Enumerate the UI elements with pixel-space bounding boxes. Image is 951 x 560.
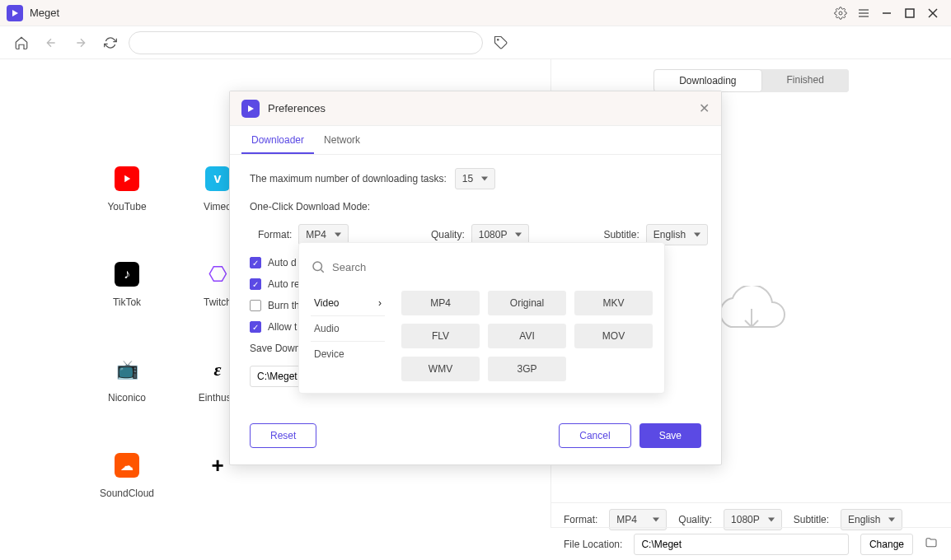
quality-label: Quality: <box>678 514 712 525</box>
close-icon[interactable]: ✕ <box>699 100 710 116</box>
file-location-input[interactable] <box>634 534 849 555</box>
site-label: YouTube <box>107 201 146 212</box>
format-option[interactable]: WMV <box>401 357 480 381</box>
category-video[interactable]: Video› <box>311 291 385 316</box>
one-click-label: One-Click Download Mode: <box>250 201 370 212</box>
menu-icon[interactable] <box>852 2 875 25</box>
subtitle-label: Subtitle: <box>603 229 639 240</box>
site-niconico[interactable]: 📺Niconico <box>90 357 164 404</box>
format-label: Format: <box>258 229 292 240</box>
home-icon[interactable] <box>10 31 33 54</box>
forward-icon[interactable] <box>69 31 92 54</box>
bottom-location-bar: File Location: Change <box>550 527 951 560</box>
close-icon[interactable] <box>921 2 944 25</box>
folder-icon[interactable] <box>925 536 938 552</box>
category-audio[interactable]: Audio <box>311 316 385 342</box>
format-option[interactable]: MKV <box>574 291 653 315</box>
save-button[interactable]: Save <box>639 423 701 448</box>
format-popover: Video› Audio Device MP4 Original MKV FLV… <box>298 242 665 394</box>
cancel-button[interactable]: Cancel <box>559 423 630 448</box>
site-label: SoundCloud <box>100 488 154 499</box>
site-label: Vimeo <box>204 201 232 212</box>
reload-icon[interactable] <box>99 31 122 54</box>
titlebar: Meget <box>0 0 951 26</box>
quality-label: Quality: <box>431 229 465 240</box>
cloud-download-icon <box>710 286 793 343</box>
format-option[interactable]: AVI <box>488 324 566 348</box>
max-tasks-label: The maximum number of downloading tasks: <box>250 173 447 184</box>
svg-rect-6 <box>906 9 914 17</box>
svg-point-1 <box>839 12 842 15</box>
svg-line-13 <box>321 269 323 272</box>
minimize-icon[interactable] <box>875 2 898 25</box>
site-youtube[interactable]: YouTube <box>90 166 164 212</box>
reset-button[interactable]: Reset <box>250 423 316 448</box>
change-location-button[interactable]: Change <box>860 534 913 555</box>
back-icon[interactable] <box>40 31 63 54</box>
site-label: Twitch <box>204 296 232 308</box>
search-input[interactable] <box>332 261 653 273</box>
svg-point-12 <box>313 262 322 271</box>
save-path-label: Save Down <box>250 343 300 354</box>
tab-network[interactable]: Network <box>314 126 370 154</box>
app-logo <box>241 100 260 118</box>
svg-marker-10 <box>124 175 130 182</box>
checkbox-auto-re[interactable] <box>250 278 261 290</box>
chevron-right-icon: › <box>378 297 382 309</box>
max-tasks-select[interactable]: 15 <box>455 168 495 189</box>
tab-downloading[interactable]: Downloading <box>654 69 761 92</box>
svg-point-9 <box>498 39 499 40</box>
site-tiktok[interactable]: ♪TikTok <box>90 262 164 308</box>
format-option[interactable]: FLV <box>401 324 480 348</box>
svg-marker-11 <box>248 105 254 112</box>
category-device[interactable]: Device <box>311 342 385 366</box>
app-title: Meget <box>30 7 59 19</box>
search-icon <box>311 259 326 274</box>
tab-finished[interactable]: Finished <box>762 69 849 92</box>
settings-icon[interactable] <box>829 2 852 25</box>
checkbox-allow[interactable] <box>250 321 261 333</box>
tab-downloader[interactable]: Downloader <box>241 126 314 154</box>
checkbox-burn[interactable] <box>250 300 261 311</box>
toolbar <box>0 26 951 59</box>
app-logo <box>7 5 23 21</box>
file-location-label: File Location: <box>564 539 622 550</box>
format-option[interactable]: 3GP <box>488 357 566 381</box>
download-tabs: Downloading Finished <box>654 69 849 92</box>
site-label: TikTok <box>113 296 141 308</box>
subtitle-label: Subtitle: <box>794 514 829 525</box>
svg-marker-0 <box>12 10 18 16</box>
dialog-title: Preferences <box>268 102 326 114</box>
site-soundcloud[interactable]: ☁SoundCloud <box>90 453 164 499</box>
format-option[interactable]: Original <box>488 291 566 315</box>
maximize-icon[interactable] <box>898 2 921 25</box>
checkbox-auto-d[interactable] <box>250 257 261 268</box>
url-input[interactable] <box>129 31 483 54</box>
tag-icon[interactable] <box>490 31 513 54</box>
format-option[interactable]: MOV <box>574 324 653 348</box>
format-option[interactable]: MP4 <box>401 291 480 315</box>
site-label: Niconico <box>108 392 146 404</box>
format-label: Format: <box>564 514 597 525</box>
